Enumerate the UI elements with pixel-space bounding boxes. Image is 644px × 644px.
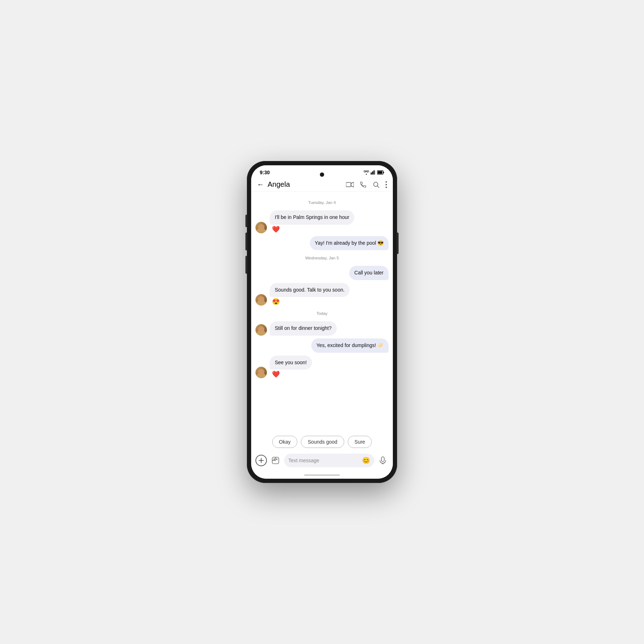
messages-area: Tuesday, Jan 4 I'll be in Palm Springs i…	[251, 192, 393, 433]
microphone-icon	[380, 457, 386, 464]
attach-button[interactable]	[270, 455, 281, 466]
emoji-icon[interactable]: 😊	[362, 457, 370, 464]
home-bar	[304, 474, 340, 476]
chat-header: ← Angela	[251, 177, 393, 192]
message-row: Yes, excited for dumplings! 🥟	[255, 338, 389, 353]
message-row: I'll be in Palm Springs in one hour ❤️	[255, 210, 389, 233]
smart-replies-bar: Okay Sounds good Sure	[251, 433, 393, 451]
svg-rect-2	[374, 170, 375, 175]
status-time: 9:30	[260, 170, 270, 175]
message-reaction: ❤️	[272, 370, 312, 378]
message-bubble: Call you later	[349, 266, 389, 280]
svg-rect-7	[346, 182, 351, 187]
contact-avatar	[255, 222, 267, 233]
date-separator-tuesday: Tuesday, Jan 4	[255, 200, 389, 205]
wifi-icon	[364, 170, 369, 175]
phone-screen: 9:30	[251, 165, 393, 479]
svg-rect-3	[375, 170, 376, 175]
bubble-wrap: Still on for dinner tonight?	[270, 321, 337, 336]
svg-point-16	[274, 459, 275, 460]
back-button[interactable]: ←	[257, 180, 264, 189]
video-call-icon[interactable]	[346, 182, 354, 187]
avatar	[255, 222, 267, 233]
text-input-area[interactable]: Text message 😊	[284, 454, 374, 467]
smart-reply-sounds-good[interactable]: Sounds good	[301, 436, 344, 448]
date-separator-today: Today	[255, 311, 389, 316]
home-indicator	[251, 472, 393, 479]
avatar	[255, 367, 267, 378]
contact-avatar	[255, 294, 267, 306]
more-options-icon[interactable]	[385, 181, 387, 188]
svg-line-9	[377, 186, 379, 187]
status-icons	[364, 170, 384, 175]
input-bar: Text message 😊	[251, 451, 393, 472]
svg-rect-0	[371, 172, 372, 175]
message-row: Call you later	[255, 266, 389, 280]
header-action-icons	[346, 181, 387, 188]
text-input-placeholder: Text message	[288, 458, 359, 463]
volume-up-button	[245, 233, 247, 250]
signal-icon	[371, 170, 376, 175]
phone-frame: 9:30	[247, 161, 397, 483]
message-row: See you soon! ❤️	[255, 356, 389, 379]
add-button[interactable]	[255, 455, 267, 466]
power-button	[397, 233, 399, 254]
mic-button[interactable]	[377, 455, 389, 466]
svg-point-12	[386, 186, 387, 188]
smart-reply-okay[interactable]: Okay	[272, 436, 298, 448]
search-icon[interactable]	[372, 181, 380, 188]
bubble-wrap: I'll be in Palm Springs in one hour ❤️	[270, 210, 354, 233]
message-bubble: See you soon!	[270, 356, 312, 370]
contact-name: Angela	[268, 180, 346, 189]
bubble-wrap: Yay! I'm already by the pool 😎	[310, 236, 389, 250]
svg-rect-5	[384, 172, 384, 173]
message-reaction: 😍	[272, 298, 350, 306]
bubble-wrap: Yes, excited for dumplings! 🥟	[311, 338, 389, 353]
svg-point-17	[276, 459, 278, 460]
message-reaction: ❤️	[272, 225, 354, 233]
avatar	[255, 324, 267, 336]
bubble-wrap: Sounds good. Talk to you soon. 😍	[270, 283, 350, 306]
avatar	[255, 294, 267, 306]
mute-button	[245, 215, 247, 227]
phone-call-icon[interactable]	[360, 181, 367, 188]
message-row: Yay! I'm already by the pool 😎	[255, 236, 389, 250]
svg-rect-1	[372, 171, 373, 175]
message-bubble: I'll be in Palm Springs in one hour	[270, 210, 354, 225]
contact-avatar	[255, 367, 267, 378]
sticker-icon	[272, 457, 279, 464]
date-separator-wednesday: Wednesday, Jan 5	[255, 256, 389, 260]
svg-rect-18	[381, 457, 384, 462]
contact-avatar	[255, 324, 267, 336]
svg-rect-6	[378, 171, 382, 174]
camera-notch	[320, 172, 324, 177]
status-bar: 9:30	[251, 165, 393, 177]
plus-icon	[259, 458, 264, 463]
message-bubble: Yes, excited for dumplings! 🥟	[311, 338, 389, 353]
smart-reply-sure[interactable]: Sure	[348, 436, 372, 448]
svg-point-10	[386, 181, 387, 182]
bubble-wrap: See you soon! ❤️	[270, 356, 312, 379]
message-bubble: Sounds good. Talk to you soon.	[270, 283, 350, 297]
bubble-wrap: Call you later	[349, 266, 389, 280]
message-row: Sounds good. Talk to you soon. 😍	[255, 283, 389, 306]
message-row: Still on for dinner tonight?	[255, 321, 389, 336]
message-bubble: Yay! I'm already by the pool 😎	[310, 236, 389, 250]
battery-icon	[377, 170, 384, 175]
message-bubble: Still on for dinner tonight?	[270, 321, 337, 336]
volume-down-button	[245, 256, 247, 274]
svg-point-11	[386, 184, 387, 185]
